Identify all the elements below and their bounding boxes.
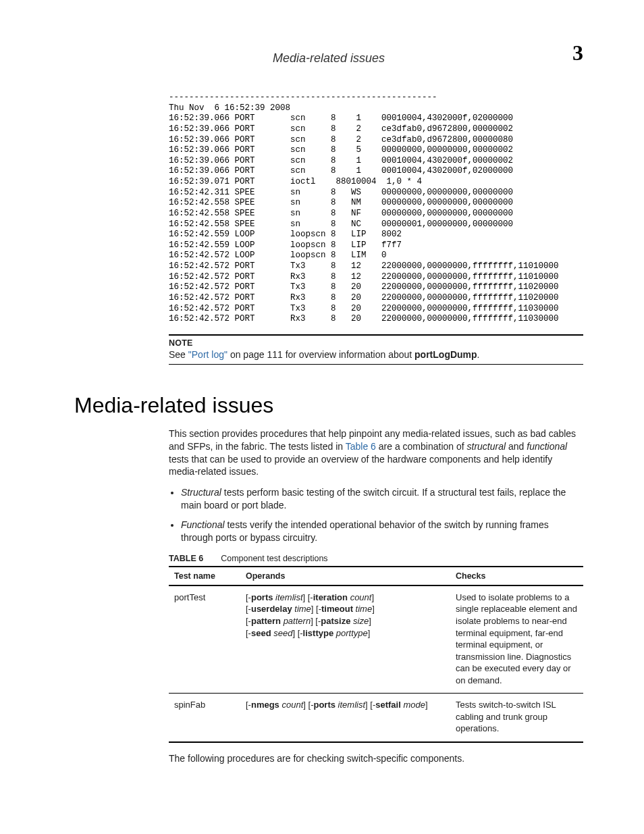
operand-token: ] (368, 628, 371, 638)
operand-token: itemlist (275, 592, 302, 602)
cell-test-name: spinFab (169, 694, 240, 742)
intro-paragraph: This section provides procedures that he… (169, 427, 583, 479)
operand-token: ] [- (311, 616, 321, 626)
operand-token: seed (273, 628, 292, 638)
cell-checks: Used to isolate problems to a single rep… (450, 585, 583, 694)
table6-link[interactable]: Table 6 (346, 441, 376, 452)
note-cmd: portLogDump (414, 349, 477, 360)
table-title: Component test descriptions (221, 554, 327, 563)
table-row: portTest[-ports itemlist] [-iteration co… (169, 585, 583, 694)
operand-token: count (281, 700, 303, 710)
operand-token: size (353, 616, 369, 626)
col-checks: Checks (450, 567, 583, 585)
cell-checks: Tests switch-to-switch ISL cabling and t… (450, 694, 583, 742)
table-header-row: Test name Operands Checks (169, 567, 583, 585)
operand-token: ] (372, 604, 375, 614)
operand-token: [- (246, 628, 251, 638)
operand-token: iteration (313, 592, 348, 602)
intro-i1: structural (467, 441, 506, 452)
table-caption: TABLE 6Component test descriptions (169, 554, 583, 563)
cell-test-name: portTest (169, 585, 240, 694)
operand-token: ports (313, 700, 336, 710)
operand-token: ] [- (365, 700, 375, 710)
note-mid: on page 111 for overview information abo… (227, 349, 414, 360)
table-row: spinFab[-nmegs count] [-ports itemlist] … (169, 694, 583, 742)
operand-token: ] [- (292, 628, 302, 638)
port-log-dump: ----------------------------------------… (169, 93, 583, 325)
operand-token: ] (369, 616, 371, 626)
operand-token: seed (251, 628, 271, 638)
note-post: . (477, 349, 480, 360)
outro-paragraph: The following procedures are for checkin… (169, 752, 583, 765)
intro-i2: functional (527, 441, 567, 452)
note-rule-top (169, 334, 583, 336)
running-title: Media-related issues (101, 51, 556, 66)
operand-token: ] [- (303, 592, 313, 602)
operand-token: ] (371, 592, 374, 602)
note-label: NOTE (169, 338, 583, 348)
operand-token: [- (246, 604, 251, 614)
operand-token: nmegs (251, 700, 279, 710)
operand-token: timeout (321, 604, 353, 614)
operand-token: ] [- (303, 700, 313, 710)
note-block: NOTE See "Port log" on page 111 for over… (169, 334, 583, 365)
operand-token: count (350, 592, 372, 602)
cell-operands: [-nmegs count] [-ports itemlist] [-setfa… (240, 694, 450, 742)
operand-token: pattern (284, 616, 311, 626)
component-tests-table: Test name Operands Checks portTest[-port… (169, 566, 583, 743)
operand-token: porttype (336, 628, 368, 638)
bullet-text: tests perform basic testing of the switc… (181, 487, 566, 511)
note-rule-bottom (169, 364, 583, 365)
note-pre: See (169, 349, 188, 360)
operand-token: itemlist (338, 700, 365, 710)
table-label: TABLE 6 (169, 554, 203, 563)
col-operands: Operands (240, 567, 450, 585)
intro-p1c: and (506, 441, 527, 452)
operand-token: setfail (375, 700, 401, 710)
section-heading: Media-related issues (74, 393, 583, 418)
page: Media-related issues 3 -----------------… (0, 0, 644, 834)
operand-token: pattern (251, 616, 281, 626)
col-test-name: Test name (169, 567, 240, 585)
list-item: Functional tests verify the intended ope… (181, 519, 583, 544)
bullet-em: Functional (181, 519, 225, 530)
running-head: Media-related issues 3 (74, 41, 583, 66)
operand-token: listtype (303, 628, 334, 638)
operand-token: [- (246, 700, 251, 710)
operand-token: patsize (321, 616, 350, 626)
note-link-portlog[interactable]: "Port log" (188, 349, 227, 360)
operand-token: ] (425, 700, 428, 710)
operand-token: ] [- (311, 604, 321, 614)
operand-token: [- (246, 592, 251, 602)
operand-token: time (294, 604, 311, 614)
cell-operands: [-ports itemlist] [-iteration count][-us… (240, 585, 450, 694)
operand-token: [- (246, 616, 251, 626)
chapter-number: 3 (556, 41, 583, 66)
intro-p1d: tests that can be used to provide an ove… (169, 454, 552, 477)
operand-token: mode (403, 700, 425, 710)
bullet-list: Structural tests perform basic testing o… (169, 486, 583, 544)
operand-token: userdelay (251, 604, 292, 614)
bullet-em: Structural (181, 487, 221, 498)
section-body: This section provides procedures that he… (169, 427, 583, 765)
bullet-text: tests verify the intended operational be… (181, 519, 549, 543)
operand-token: time (356, 604, 373, 614)
intro-p1b: are a combination of (376, 441, 467, 452)
list-item: Structural tests perform basic testing o… (181, 486, 583, 512)
operand-token: ports (251, 592, 273, 602)
note-text: See "Port log" on page 111 for overview … (169, 349, 583, 360)
